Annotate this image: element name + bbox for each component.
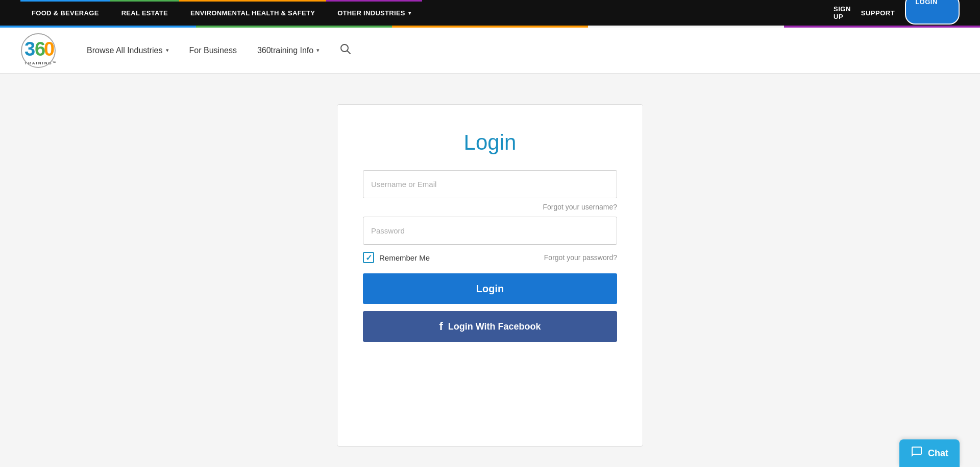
chat-icon [911, 446, 923, 461]
360training-info-link[interactable]: 360training Info ▾ [257, 46, 320, 55]
top-nav-food-beverage[interactable]: FOOD & BEVERAGE [20, 0, 110, 26]
password-input[interactable] [363, 217, 617, 245]
login-title: Login [363, 130, 617, 155]
login-card: Login Forgot your username? ✓ Remember M… [337, 104, 643, 447]
facebook-login-button[interactable]: f Login With Facebook [363, 311, 617, 342]
color-bar-green [196, 26, 392, 28]
forgot-password-link[interactable]: Forgot your password? [544, 253, 617, 262]
top-nav-env-health-safety[interactable]: ENVIRONMENTAL HEALTH & SAFETY [179, 0, 326, 26]
svg-text:0: 0 [44, 38, 55, 60]
checkmark-icon: ✓ [365, 253, 372, 263]
username-field-group [363, 170, 617, 198]
chat-button[interactable]: Chat [899, 439, 960, 467]
top-nav-real-estate[interactable]: REAL ESTATE [110, 0, 179, 26]
svg-text:3: 3 [24, 38, 35, 60]
forgot-username-link[interactable]: Forgot your username? [543, 203, 617, 211]
remember-me-checkbox[interactable]: ✓ [363, 252, 374, 263]
support-link[interactable]: SUPPORT [861, 9, 895, 17]
browse-chevron-icon: ▾ [166, 47, 169, 54]
main-navigation: 3 6 0 TRAINING™ Browse All Industries ▾ … [0, 28, 980, 74]
login-link[interactable]: LOGIN [905, 0, 960, 25]
remember-me-label: Remember Me [379, 253, 430, 262]
remember-forgot-row: ✓ Remember Me Forgot your password? [363, 252, 617, 263]
main-content: Login Forgot your username? ✓ Remember M… [0, 74, 980, 467]
logo[interactable]: 3 6 0 TRAINING™ [20, 33, 56, 68]
search-button[interactable] [340, 43, 351, 57]
svg-line-6 [348, 51, 351, 54]
top-bar-right: SIGN UP SUPPORT LOGIN [834, 0, 960, 32]
remember-me-group: ✓ Remember Me [363, 252, 430, 263]
top-bar-left: FOOD & BEVERAGE REAL ESTATE ENVIRONMENTA… [20, 0, 422, 26]
login-button[interactable]: Login [363, 273, 617, 304]
password-field-group [363, 217, 617, 245]
chat-label: Chat [928, 448, 948, 459]
info-chevron-icon: ▾ [316, 47, 320, 54]
username-input[interactable] [363, 170, 617, 198]
signup-link[interactable]: SIGN UP [834, 5, 851, 20]
facebook-icon: f [439, 320, 443, 333]
forgot-username-area: Forgot your username? [363, 202, 617, 212]
browse-all-industries-link[interactable]: Browse All Industries ▾ [87, 46, 169, 55]
for-business-link[interactable]: For Business [189, 46, 237, 55]
chevron-down-icon: ▾ [408, 10, 411, 16]
main-nav-links: Browse All Industries ▾ For Business 360… [87, 43, 960, 57]
color-bar-blue [0, 26, 196, 28]
color-bar-empty [588, 26, 784, 28]
color-bars [0, 26, 980, 28]
color-bar-orange [392, 26, 588, 28]
top-navigation-bar: FOOD & BEVERAGE REAL ESTATE ENVIRONMENTA… [0, 0, 980, 26]
svg-text:TRAINING™: TRAINING™ [24, 61, 56, 65]
top-nav-other-industries[interactable]: Other Industries ▾ [326, 0, 422, 26]
